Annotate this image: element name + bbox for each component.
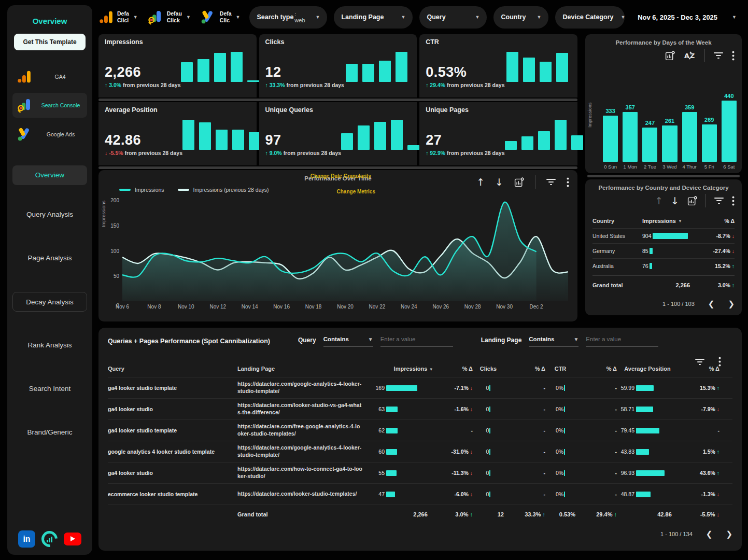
table-row[interactable]: United States904-8.7% ↓	[592, 228, 735, 243]
table-filter-landing-page: Landing PageContains▼	[481, 335, 659, 347]
scorecard-body: 2,266↑ 3.0% from previous 28 days	[105, 46, 250, 89]
kebab-icon[interactable]	[718, 357, 721, 367]
clicks-cell: 0	[473, 470, 504, 476]
chevron-left-icon[interactable]: ❮	[706, 529, 713, 539]
col-delta[interactable]: % Δ	[699, 218, 735, 224]
sidebar-item-search-intent[interactable]: Search Intent	[12, 379, 87, 399]
dataclare-logo-icon[interactable]	[41, 530, 58, 548]
sparkline-bar	[362, 64, 374, 82]
chart-settings-icon[interactable]	[665, 50, 675, 61]
scorecard-value: 97	[265, 132, 342, 148]
table-row[interactable]: google analytics 4 looker studio templat…	[108, 441, 732, 462]
sidebar-item-overview[interactable]: Overview	[12, 165, 87, 185]
horizontal-scrollbar[interactable]	[98, 99, 577, 101]
chevron-left-icon[interactable]: ❮	[708, 299, 715, 309]
scorecard-unique-pages: Unique Pages27↑ 92.9% from previous 28 d…	[419, 102, 577, 165]
filter-operator-select[interactable]: Contains▼	[529, 335, 578, 347]
linkedin-icon[interactable]: in	[18, 530, 35, 548]
chart-settings-icon[interactable]	[514, 177, 525, 188]
search-console-icon	[147, 9, 164, 25]
sort-az-icon[interactable]: AZ	[684, 50, 696, 61]
filter-pill-search-type[interactable]: Search type: web▼	[249, 6, 327, 29]
horizontal-scrollbar[interactable]	[98, 166, 577, 169]
table-row[interactable]: ga4 looker studio templatehttps://datacl…	[108, 419, 732, 441]
column-header-0[interactable]: Query	[108, 366, 237, 372]
landing-page-cell: https://dataclare.com/free-google-analyt…	[237, 423, 371, 437]
clicks-delta-cell: -	[504, 427, 545, 433]
youtube-icon[interactable]	[64, 533, 81, 545]
arrow-down-icon[interactable]: ↓	[495, 176, 503, 188]
col-impressions[interactable]: Impressions▾	[642, 218, 699, 224]
chevron-down-icon: ▼	[186, 15, 191, 20]
sidebar-source-google-ads[interactable]: Google Ads	[12, 122, 87, 147]
data-source-selector-3[interactable]: DefaClic▼	[200, 9, 241, 25]
chart-settings-icon[interactable]	[687, 195, 698, 206]
social-links: in	[12, 530, 87, 548]
filter-pill-landing-page[interactable]: Landing Page▼	[334, 6, 413, 29]
sidebar-nav: OverviewQuery AnalysisPage AnalysisDecay…	[12, 165, 87, 466]
table-row[interactable]: ecommerce looker studio templatehttps://…	[108, 483, 732, 505]
sidebar-item-rank-analysis[interactable]: Rank Analysis	[12, 335, 87, 355]
country-page-range: 1 - 100 / 103	[662, 301, 695, 307]
column-header-2[interactable]: Impressions ▾	[371, 366, 432, 372]
landing-page-cell: https://dataclare.com/google-analytics-4…	[237, 444, 371, 458]
data-source-selector-1[interactable]: DefaClicl▼	[98, 9, 138, 25]
bar-value-label: 269	[704, 117, 714, 123]
arrow-up-dim-icon[interactable]: ↑	[655, 195, 663, 206]
sidebar-item-decay-analysis[interactable]: Decay Analysis	[12, 292, 87, 312]
horizontal-scrollbar[interactable]	[587, 175, 740, 177]
legend-swatch	[119, 189, 131, 191]
sidebar-item-query-analysis[interactable]: Query Analysis	[12, 205, 87, 225]
sidebar-source-ga4[interactable]: GA4	[12, 65, 87, 89]
impressions-cell: 62	[371, 427, 432, 433]
chevron-right-icon[interactable]: ❯	[728, 299, 735, 309]
query-cell: ga4 looker studio template	[108, 385, 237, 391]
arrow-down-icon[interactable]: ↓	[671, 195, 679, 206]
table-row[interactable]: ga4 looker studiohttps://dataclare.com/l…	[108, 398, 732, 419]
sidebar-source-search-console[interactable]: Search Console	[12, 93, 87, 118]
filter-pill-query[interactable]: Query▼	[419, 6, 487, 29]
date-range-control[interactable]: Nov 6, 2025 - Dec 3, 2025 ▼	[638, 13, 742, 21]
filter-icon[interactable]	[695, 358, 705, 366]
sparkline-bar	[346, 64, 358, 82]
column-header-6[interactable]: CTR	[545, 366, 575, 372]
column-header-7[interactable]: % Δ	[575, 366, 617, 372]
source-label: Search Console	[38, 102, 83, 108]
filter-icon[interactable]	[714, 197, 724, 205]
kebab-icon[interactable]	[732, 51, 735, 61]
filter-value-input[interactable]	[586, 335, 658, 347]
column-header-3[interactable]: % Δ	[432, 366, 473, 372]
column-header-5[interactable]: % Δ	[504, 366, 545, 372]
avg-position-bar	[636, 449, 649, 455]
x-tick-label: Dec 2	[530, 304, 543, 310]
clicks-delta-cell: -	[504, 406, 545, 412]
column-header-1[interactable]: Landing Page	[237, 366, 371, 372]
data-source-selector-2[interactable]: DefauClick▼	[147, 9, 191, 25]
filter-pill-country[interactable]: Country▼	[493, 6, 548, 29]
impressions-delta-cell: -	[432, 427, 473, 433]
filter-pill-device-category[interactable]: Device Category▼	[555, 6, 625, 29]
table-row[interactable]: Germany85-27.4% ↓	[592, 243, 735, 258]
scorecard-values: 12↑ 33.3% from previous 28 days	[265, 64, 344, 89]
filter-value-input[interactable]	[380, 335, 453, 347]
get-template-button[interactable]: Get This Template	[14, 34, 86, 50]
column-header-4[interactable]: Clicks	[473, 366, 504, 372]
sidebar-item-page-analysis[interactable]: Page Analysis	[12, 248, 87, 268]
country-grand-total-row: Grand total2,2663.0% ↑	[592, 275, 735, 294]
kebab-icon[interactable]	[567, 177, 569, 187]
col-country[interactable]: Country	[592, 218, 642, 224]
filter-operator-select[interactable]: Contains▼	[323, 335, 373, 347]
grand-total-avg-position: 42.86	[617, 511, 678, 517]
impressions-bar	[650, 263, 653, 269]
y-tick-label: 50	[114, 273, 122, 279]
arrow-up-icon[interactable]: ↑	[476, 176, 485, 188]
table-row[interactable]: Australia7615.2% ↑	[592, 258, 735, 273]
sidebar-item-brand-generic[interactable]: Brand/Generic	[12, 423, 87, 442]
filter-icon[interactable]	[713, 51, 724, 60]
filter-icon[interactable]	[546, 178, 556, 186]
column-header-8[interactable]: Average Position	[617, 366, 678, 372]
table-row[interactable]: ga4 looker studiohttps://dataclare.com/h…	[108, 462, 732, 483]
kebab-icon[interactable]	[732, 196, 735, 206]
chevron-right-icon[interactable]: ❯	[726, 529, 732, 539]
table-row[interactable]: ga4 looker studio templatehttps://datacl…	[108, 377, 732, 398]
